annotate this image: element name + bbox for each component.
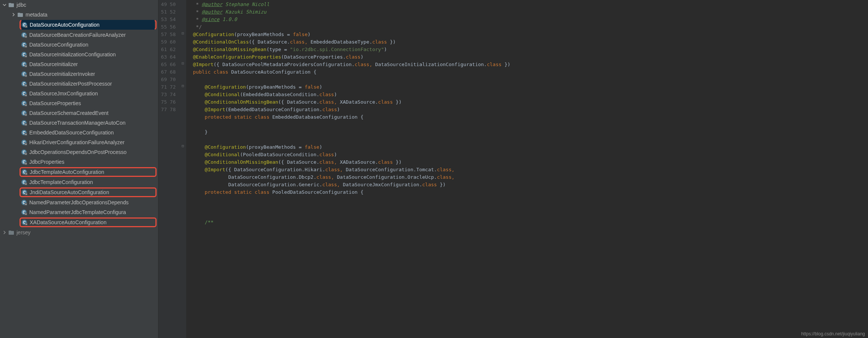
tree-class-item[interactable]: CJdbcTemplateConfiguration bbox=[0, 177, 158, 187]
svg-rect-83 bbox=[25, 214, 27, 214]
tree-class-item[interactable]: CDataSourceInitializerInvoker bbox=[0, 69, 158, 79]
svg-rect-19 bbox=[25, 56, 27, 57]
tree-label: JndiDataSourceAutoConfiguration bbox=[30, 189, 109, 195]
tree-class-item[interactable]: CDataSourceSchemaCreatedEvent bbox=[0, 108, 158, 118]
svg-rect-59 bbox=[25, 154, 27, 154]
java-class-icon: C bbox=[21, 159, 27, 165]
java-class-icon: C bbox=[21, 71, 27, 77]
svg-rect-71 bbox=[25, 184, 27, 184]
tree-class-item[interactable]: CDataSourceInitializer bbox=[0, 59, 158, 69]
tree-label: DataSourceBeanCreationFailureAnalyzer bbox=[29, 32, 126, 38]
java-class-icon: C bbox=[21, 110, 27, 116]
tree-label: DataSourceInitializer bbox=[29, 61, 78, 67]
code-editor[interactable]: 49 50 51 52 53 54 55 56 57 58 59 60 61 6… bbox=[158, 0, 868, 338]
tree-label: DataSourceAutoConfiguration bbox=[30, 22, 99, 28]
java-class-icon: C bbox=[21, 219, 27, 225]
project-tree-sidebar[interactable]: jdbc metadata CDataSourceAutoConfigurati… bbox=[0, 0, 158, 338]
tree-label: DataSourceTransactionManagerAutoCon bbox=[29, 120, 125, 126]
java-class-icon: C bbox=[21, 130, 27, 136]
java-class-icon: C bbox=[21, 91, 27, 97]
tree-label: NamedParameterJdbcOperationsDepends bbox=[29, 199, 129, 205]
java-class-icon: C bbox=[21, 139, 27, 145]
tree-class-item[interactable]: CEmbeddedDataSourceConfiguration bbox=[0, 128, 158, 137]
tree-label: JdbcTemplateAutoConfiguration bbox=[30, 169, 104, 175]
tree-folder-metadata[interactable]: metadata bbox=[0, 10, 158, 20]
java-class-icon: C bbox=[21, 100, 27, 106]
svg-rect-31 bbox=[25, 85, 27, 86]
java-class-icon: C bbox=[21, 61, 27, 67]
watermark: https://blog.csdn.net/jiuqiyuliang bbox=[801, 331, 865, 336]
tree-folder-jersey[interactable]: jersey bbox=[0, 228, 158, 237]
svg-rect-23 bbox=[25, 66, 27, 66]
tree-label: JdbcProperties bbox=[29, 159, 64, 165]
tree-class-item[interactable]: CDataSourceAutoConfiguration bbox=[21, 20, 155, 30]
java-class-icon: C bbox=[21, 209, 27, 215]
tree-label: DataSourceProperties bbox=[29, 100, 81, 106]
highlight-annotation: CJdbcTemplateAutoConfiguration bbox=[20, 167, 157, 177]
chevron-right-icon bbox=[11, 12, 16, 17]
fold-marker-icon[interactable]: ⊟ bbox=[181, 84, 185, 88]
tree-class-item[interactable]: CDataSourceTransactionManagerAutoCon bbox=[0, 118, 158, 128]
package-icon bbox=[17, 12, 23, 18]
svg-rect-43 bbox=[25, 115, 27, 115]
svg-rect-35 bbox=[25, 95, 27, 96]
tree-class-item[interactable]: CXADataSourceAutoConfiguration bbox=[21, 217, 155, 227]
code-content[interactable]: * @author Stephane Nicoll * @author Kazu… bbox=[186, 0, 868, 338]
java-class-icon: C bbox=[21, 42, 27, 48]
svg-rect-7 bbox=[26, 26, 27, 27]
tree-label: EmbeddedDataSourceConfiguration bbox=[29, 130, 114, 136]
tree-label: NamedParameterJdbcTemplateConfigura bbox=[29, 209, 126, 215]
tree-folder-jdbc[interactable]: jdbc bbox=[0, 0, 158, 10]
tree-label: JdbcTemplateConfiguration bbox=[29, 179, 93, 185]
java-class-icon: C bbox=[21, 149, 27, 155]
fold-marker-icon[interactable]: ⊟ bbox=[181, 32, 185, 35]
svg-rect-51 bbox=[25, 134, 27, 135]
tree-class-item[interactable]: CJdbcTemplateAutoConfiguration bbox=[21, 167, 155, 177]
tree-class-item[interactable]: CJdbcOperationsDependsOnPostProcesso bbox=[0, 147, 158, 157]
tree-class-item[interactable]: CDataSourceInitializerPostProcessor bbox=[0, 79, 158, 89]
highlight-annotation: CXADataSourceAutoConfiguration bbox=[20, 217, 157, 227]
tree-class-item[interactable]: CDataSourceConfiguration bbox=[0, 40, 158, 50]
fold-marker-icon[interactable]: ⊟ bbox=[181, 144, 185, 148]
package-icon bbox=[8, 229, 14, 235]
java-class-icon: C bbox=[21, 81, 27, 87]
svg-rect-27 bbox=[25, 75, 27, 76]
tree-label: jdbc bbox=[17, 2, 26, 8]
package-icon bbox=[8, 2, 14, 8]
svg-rect-1 bbox=[9, 3, 11, 4]
java-class-icon: C bbox=[21, 120, 27, 126]
highlight-annotation: CJndiDataSourceAutoConfiguration bbox=[20, 187, 157, 197]
java-class-icon: C bbox=[21, 189, 27, 195]
java-class-icon: C bbox=[21, 179, 27, 185]
tree-class-item[interactable]: CDataSourceBeanCreationFailureAnalyzer bbox=[0, 30, 158, 40]
chevron-right-icon bbox=[2, 230, 7, 235]
java-class-icon: C bbox=[21, 199, 27, 205]
tree-label: DataSourceInitializationConfiguration bbox=[29, 51, 116, 57]
tree-class-item[interactable]: CNamedParameterJdbcTemplateConfigura bbox=[0, 207, 158, 217]
svg-rect-63 bbox=[25, 163, 27, 164]
tree-class-item[interactable]: CJndiDataSourceAutoConfiguration bbox=[21, 187, 155, 197]
fold-marker-icon[interactable]: ⊟ bbox=[181, 62, 185, 65]
tree-label: JdbcOperationsDependsOnPostProcesso bbox=[29, 149, 127, 155]
java-class-icon: C bbox=[21, 169, 27, 175]
tree-class-item[interactable]: CDataSourceProperties bbox=[0, 98, 158, 108]
java-class-icon: C bbox=[21, 32, 27, 38]
tree-label: DataSourceInitializerPostProcessor bbox=[29, 81, 112, 87]
tree-class-item[interactable]: CDataSourceInitializationConfiguration bbox=[0, 50, 158, 59]
svg-rect-3 bbox=[18, 13, 20, 14]
tree-class-item[interactable]: CDataSourceJmxConfiguration bbox=[0, 89, 158, 98]
highlight-annotation: CDataSourceAutoConfiguration bbox=[20, 20, 157, 30]
svg-rect-87 bbox=[26, 224, 27, 225]
svg-rect-79 bbox=[25, 204, 27, 205]
tree-label: jersey bbox=[17, 229, 30, 235]
svg-rect-55 bbox=[25, 144, 27, 145]
svg-rect-11 bbox=[25, 36, 27, 37]
svg-rect-15 bbox=[25, 46, 27, 47]
tree-class-item[interactable]: CNamedParameterJdbcOperationsDepends bbox=[0, 198, 158, 207]
tree-class-item[interactable]: CJdbcProperties bbox=[0, 157, 158, 167]
tree-label: DataSourceConfiguration bbox=[29, 42, 88, 48]
tree-class-item[interactable]: CHikariDriverConfigurationFailureAnalyze… bbox=[0, 137, 158, 147]
fold-gutter[interactable]: ⊟ ⊟ ⊟ ⊟ bbox=[180, 0, 186, 338]
tree-label: DataSourceJmxConfiguration bbox=[29, 91, 98, 97]
tree-label: metadata bbox=[26, 12, 47, 18]
